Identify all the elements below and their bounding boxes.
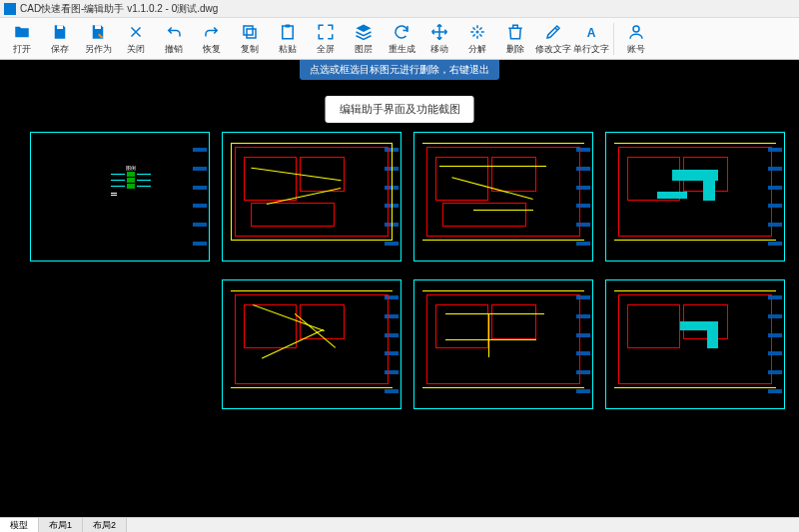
svg-text:A: A	[587, 25, 596, 39]
toolbar-label: 全屏	[317, 43, 335, 56]
paste-button[interactable]: 粘贴	[270, 19, 306, 59]
thumbnail-plan-4[interactable]	[222, 279, 401, 409]
layout-tabs: 模型布局1布局2	[0, 517, 799, 532]
thumbnail-plan-2[interactable]	[413, 132, 593, 262]
save-button[interactable]: 保存	[42, 19, 78, 59]
explode-button[interactable]: 分解	[459, 19, 495, 59]
toolbar-label: 图层	[355, 43, 373, 56]
toolbar-label: 恢复	[203, 43, 221, 56]
copy-button[interactable]: 复制	[232, 19, 268, 59]
toolbar-label: 重生成	[389, 43, 415, 56]
undo-icon	[164, 22, 184, 42]
explode-icon	[467, 22, 487, 42]
drawing-thumbnails: 图例	[30, 132, 789, 409]
edittext-button[interactable]: 修改文字	[535, 19, 571, 59]
toolbar-label: 粘贴	[279, 43, 297, 56]
layer-icon	[354, 22, 374, 42]
title-bar: CAD快速看图-编辑助手 v1.1.0.2 - 0测试.dwg	[0, 0, 799, 18]
thumbnail-plan-5[interactable]	[413, 279, 593, 409]
tab-model[interactable]: 模型	[0, 518, 39, 533]
move-icon	[429, 22, 449, 42]
window-title: CAD快速看图-编辑助手 v1.1.0.2 - 0测试.dwg	[20, 2, 218, 16]
paste-icon	[278, 22, 298, 42]
toolbar-label: 另作为	[85, 43, 112, 56]
thumbnail-legend[interactable]: 图例	[30, 132, 210, 262]
toolbar-label: 修改文字	[535, 43, 571, 56]
toolbar-label: 删除	[506, 43, 524, 56]
toolbar-label: 撤销	[165, 43, 183, 56]
close-button[interactable]: 关闭	[118, 19, 154, 59]
svg-rect-3	[247, 29, 256, 38]
fit-button[interactable]: 全屏	[308, 19, 344, 59]
toolbar-label: 单行文字	[573, 43, 609, 56]
toolbar-label: 保存	[51, 43, 69, 56]
feature-screenshot-button[interactable]: 编辑助手界面及功能截图	[326, 96, 474, 123]
layer-button[interactable]: 图层	[346, 19, 382, 59]
toolbar-label: 复制	[241, 43, 259, 56]
fit-icon	[316, 22, 336, 42]
move-button[interactable]: 移动	[421, 19, 457, 59]
user-icon	[626, 22, 646, 42]
undo-button[interactable]: 撤销	[156, 19, 192, 59]
text-icon: A	[581, 22, 601, 42]
thumbnail-plan-6[interactable]	[605, 279, 785, 409]
svg-rect-4	[283, 26, 294, 39]
toolbar-label: 关闭	[127, 43, 145, 56]
thumbnail-plan-3[interactable]	[605, 132, 785, 262]
close-icon	[126, 22, 146, 42]
edittext-icon	[543, 22, 563, 42]
regen-icon	[392, 22, 411, 42]
folder-icon	[12, 22, 32, 42]
open-button[interactable]: 打开	[4, 19, 40, 59]
drawing-canvas[interactable]: 点选或框选目标图元进行删除，右键退出 编辑助手界面及功能截图 图例	[0, 60, 799, 517]
delete-icon	[505, 22, 525, 42]
svg-rect-2	[244, 26, 253, 35]
svg-point-8	[633, 26, 639, 32]
app-icon	[4, 3, 16, 15]
main-toolbar: 打开保存另作为关闭撤销恢复复制粘贴全屏图层重生成移动分解删除修改文字A单行文字账…	[0, 18, 799, 60]
singletext-button[interactable]: A单行文字	[573, 19, 609, 59]
svg-rect-0	[57, 25, 63, 29]
toolbar-label: 打开	[13, 43, 31, 56]
redo-button[interactable]: 恢复	[194, 19, 230, 59]
toolbar-label: 移动	[430, 43, 448, 56]
svg-point-6	[476, 30, 479, 33]
saveas-icon	[88, 22, 108, 42]
mode-hint: 点选或框选目标图元进行删除，右键退出	[300, 60, 499, 80]
tab-layout1[interactable]: 布局1	[39, 518, 83, 533]
legend-icon: 图例	[111, 165, 151, 215]
svg-rect-5	[286, 24, 291, 27]
thumbnail-plan-1[interactable]	[222, 132, 401, 262]
save-icon	[50, 22, 70, 42]
redo-icon	[202, 22, 222, 42]
delete-button[interactable]: 删除	[497, 19, 533, 59]
toolbar-label: 分解	[468, 43, 486, 56]
floorplan-icon	[231, 143, 393, 241]
tab-layout2[interactable]: 布局2	[83, 518, 127, 533]
account-button[interactable]: 账号	[618, 19, 654, 59]
saveas-button[interactable]: 另作为	[80, 19, 116, 59]
toolbar-label: 账号	[627, 43, 645, 56]
copy-icon	[240, 22, 260, 42]
svg-rect-1	[95, 25, 101, 29]
regen-button[interactable]: 重生成	[384, 19, 419, 59]
